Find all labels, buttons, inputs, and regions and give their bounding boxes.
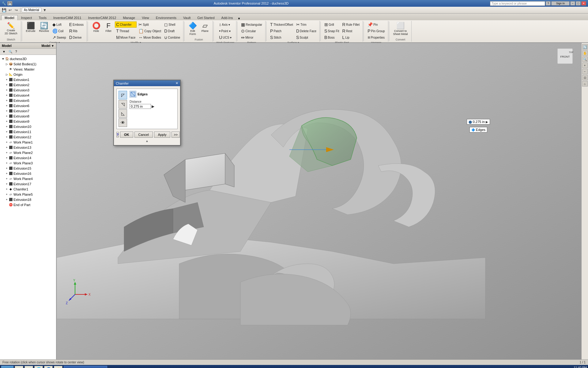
tree-item-duchess3d[interactable]: ▼ 🏠 duchess3D: [0, 56, 56, 61]
btn-trim[interactable]: ✂Trim: [295, 21, 318, 28]
btn-copyobject[interactable]: 📋Copy Object: [137, 28, 162, 34]
qa-undo[interactable]: ↩: [7, 7, 13, 13]
tree-item-workplane3[interactable]: + ▱ Work Plane3: [0, 160, 56, 166]
expand-ext12[interactable]: +: [5, 136, 9, 139]
titlebar-maximize[interactable]: □: [576, 1, 581, 6]
chamfer-ok-btn[interactable]: OK: [120, 132, 133, 138]
tree-item-extrusion15[interactable]: + ⬛ Extrusion15: [0, 166, 56, 171]
nav-home[interactable]: ⌂: [582, 81, 588, 86]
titlebar-minimize[interactable]: −: [570, 1, 575, 6]
start-button[interactable]: ⊞: [1, 366, 13, 368]
expand-solidbodies[interactable]: ▷: [5, 63, 9, 66]
viewport[interactable]: − □ ✕: [57, 43, 588, 359]
btn-converttosheetmetal[interactable]: ⬜ Convert toSheet Metal: [392, 21, 409, 36]
ribbon-more[interactable]: ▼: [238, 17, 241, 20]
expand-ext18[interactable]: +: [5, 198, 9, 201]
btn-hole[interactable]: ⭕ Hole: [90, 21, 102, 33]
expand-wp4[interactable]: +: [5, 177, 9, 180]
tree-item-extrusion10[interactable]: + ⬛ Extrusion10: [0, 124, 56, 129]
btn-editform[interactable]: 🔷 EditForm: [187, 21, 198, 36]
btn-deleteface[interactable]: DDelete Face: [295, 28, 318, 34]
distance-input[interactable]: [130, 104, 151, 109]
btn-sweep[interactable]: ↗Sweep: [51, 34, 67, 40]
chamfer-dialog-close[interactable]: ✕: [175, 81, 178, 85]
btn-fillet[interactable]: F Fillet: [103, 21, 114, 33]
expand-wp5[interactable]: +: [5, 193, 9, 196]
expand-wp1[interactable]: +: [5, 141, 9, 144]
tree-item-extrusion6[interactable]: + ⬛ Extrusion6: [0, 103, 56, 108]
expand-wp3[interactable]: +: [5, 162, 9, 165]
tab-vault[interactable]: Vault: [180, 15, 194, 20]
tree-item-extrusion1[interactable]: + ⬛ Extrusion1: [0, 77, 56, 82]
tree-item-extrusion4[interactable]: + ⬛ Extrusion4: [0, 93, 56, 98]
tree-item-solidbodies[interactable]: ▷ 📦 Solid Bodies(1): [0, 61, 56, 67]
btn-patch[interactable]: PPatch: [269, 28, 294, 34]
expand-ext17[interactable]: +: [5, 182, 9, 186]
tab-environments[interactable]: Environments: [153, 15, 180, 20]
expand-ext2[interactable]: +: [5, 83, 9, 86]
btn-sculpt[interactable]: SSculpt: [295, 34, 318, 40]
nav-zoomout[interactable]: −: [582, 69, 588, 74]
expand-ext16[interactable]: +: [5, 172, 9, 175]
tab-view[interactable]: View: [138, 15, 153, 20]
qa-save[interactable]: 💾: [1, 7, 7, 13]
tree-item-workplane2[interactable]: + ▱ Work Plane2: [0, 150, 56, 155]
tab-tools[interactable]: Tools: [35, 15, 50, 20]
btn-pin[interactable]: 📌Pin: [366, 21, 386, 28]
btn-snapfit[interactable]: SSnap Fit: [323, 28, 341, 34]
tree-item-chamfer1[interactable]: + ◆ Chamfer1: [0, 186, 56, 192]
expand-ext8[interactable]: +: [5, 115, 9, 118]
btn-lip[interactable]: LLip: [341, 34, 361, 40]
btn-rulefillet[interactable]: RRule Fillet: [341, 21, 361, 28]
tree-item-workplane4[interactable]: + ▱ Work Plane4: [0, 176, 56, 181]
btn-thread[interactable]: TThread: [115, 28, 137, 34]
btn-rest[interactable]: RRest: [341, 28, 361, 34]
distance-arrow-btn[interactable]: ▶: [152, 104, 154, 109]
tree-item-workplane1[interactable]: + ▱ Work Plane1: [0, 140, 56, 145]
btn-split[interactable]: ✂Split: [137, 21, 162, 28]
expand-duchess3d[interactable]: ▼: [1, 57, 5, 60]
panel-tab[interactable]: Model ▼: [41, 44, 54, 48]
tree-item-extrusion8[interactable]: + ⬛ Extrusion8: [0, 113, 56, 119]
btn-circular[interactable]: ⊙Circular: [240, 28, 263, 34]
nav-orbit[interactable]: 🔄: [582, 44, 588, 50]
titlebar-signin[interactable]: Sign In: [551, 1, 570, 6]
btn-rectangular[interactable]: ▦Rectangular: [240, 21, 263, 28]
taskbar-app-explorer[interactable]: 📁: [24, 366, 33, 368]
tab-manage[interactable]: Manage: [119, 15, 138, 20]
panel-filter-btn[interactable]: ▼: [1, 49, 7, 54]
expand-ext11[interactable]: +: [5, 130, 9, 133]
panel-help-btn[interactable]: ?: [14, 49, 18, 54]
tree-item-extrusion7[interactable]: + ⬛ Extrusion7: [0, 108, 56, 113]
btn-coil[interactable]: 🌀Coil: [51, 28, 67, 34]
btn-plane[interactable]: ▱ Plane: [199, 21, 211, 33]
nav-zoomin[interactable]: +: [582, 63, 588, 68]
chamfer-more-btn[interactable]: >>: [172, 132, 180, 138]
btn-revolve[interactable]: 🔄 Revolve: [38, 21, 51, 33]
expand-ext14[interactable]: +: [5, 156, 9, 159]
tab-addins[interactable]: Add-Ins: [218, 15, 236, 20]
nav-fit[interactable]: ⊡: [582, 75, 588, 80]
taskbar-app-camera[interactable]: 📸: [54, 366, 62, 368]
panel-search-btn[interactable]: 🔍: [7, 49, 13, 54]
btn-grill[interactable]: ⊞Grill: [323, 21, 341, 28]
btn-chamfer[interactable]: CChamfer: [115, 21, 137, 28]
expand-origin[interactable]: ▷: [5, 73, 9, 76]
btn-loft[interactable]: ◆Loft: [51, 21, 67, 28]
expand-ext13[interactable]: +: [5, 146, 9, 149]
expand-ext15[interactable]: +: [5, 167, 9, 170]
chamfer-apply-btn[interactable]: Apply: [154, 132, 171, 138]
expand-ext4[interactable]: +: [5, 94, 9, 97]
chamfer-dialog-titlebar[interactable]: Chamfer ✕: [114, 80, 180, 86]
chamfer-mode-two-distance[interactable]: ◹: [119, 100, 127, 109]
expand-chf1[interactable]: +: [5, 188, 9, 191]
expand-ext10[interactable]: +: [5, 125, 9, 128]
btn-emboss[interactable]: EEmboss: [68, 21, 85, 28]
btn-combine[interactable]: ∪Combine: [163, 34, 181, 40]
expand-ext6[interactable]: +: [5, 104, 9, 107]
tab-model[interactable]: Model: [1, 15, 18, 20]
dist-arrow-right[interactable]: ▶: [486, 120, 488, 124]
tree-item-extrusion16[interactable]: + ⬛ Extrusion16: [0, 171, 56, 176]
taskbar-inventor-btn[interactable]: 🔧 duchess3D - Autodesk...: [64, 366, 107, 368]
chamfer-mode-distance[interactable]: ◸: [119, 91, 127, 99]
